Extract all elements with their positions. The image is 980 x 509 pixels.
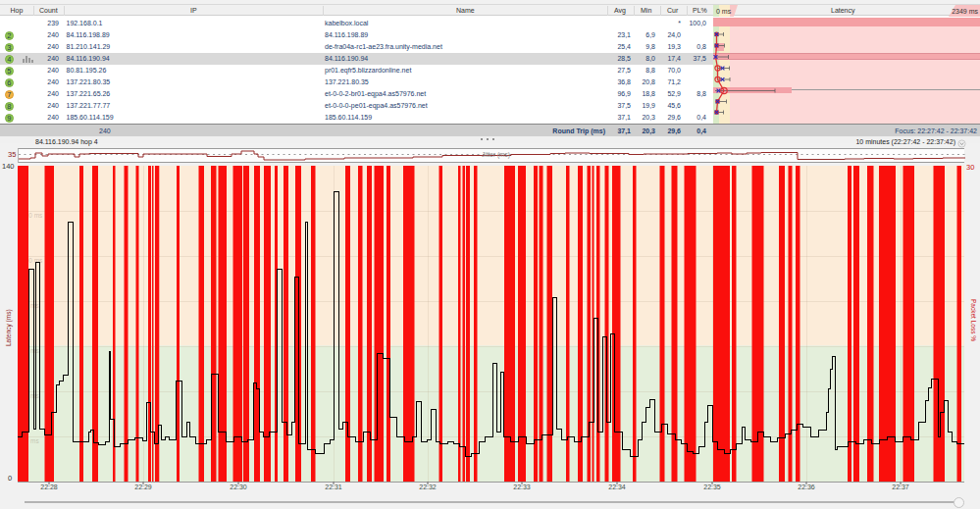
svg-text:100 ms: 100 ms [22, 257, 43, 264]
svg-text:22:32: 22:32 [419, 484, 437, 490]
svg-text:22:36: 22:36 [798, 484, 815, 490]
svg-text:0 ms: 0 ms [716, 8, 732, 15]
svg-text:22:28: 22:28 [40, 484, 58, 490]
svg-text:120 ms: 120 ms [22, 212, 43, 219]
svg-text:22:31: 22:31 [325, 484, 342, 490]
svg-text:22:30: 22:30 [230, 484, 247, 490]
svg-text:22:37: 22:37 [892, 484, 909, 490]
svg-text:Jitter (ms): Jitter (ms) [482, 151, 510, 159]
svg-text:40 ms: 40 ms [22, 392, 39, 399]
svg-text:80 ms: 80 ms [22, 302, 39, 309]
svg-text:2349 ms: 2349 ms [952, 8, 978, 15]
svg-text:60 ms: 60 ms [22, 347, 39, 354]
svg-text:20 ms: 20 ms [22, 437, 39, 444]
svg-text:22:35: 22:35 [703, 484, 721, 490]
svg-text:22:33: 22:33 [513, 484, 531, 490]
svg-text:22:34: 22:34 [608, 484, 626, 490]
svg-text:22:29: 22:29 [134, 484, 152, 490]
